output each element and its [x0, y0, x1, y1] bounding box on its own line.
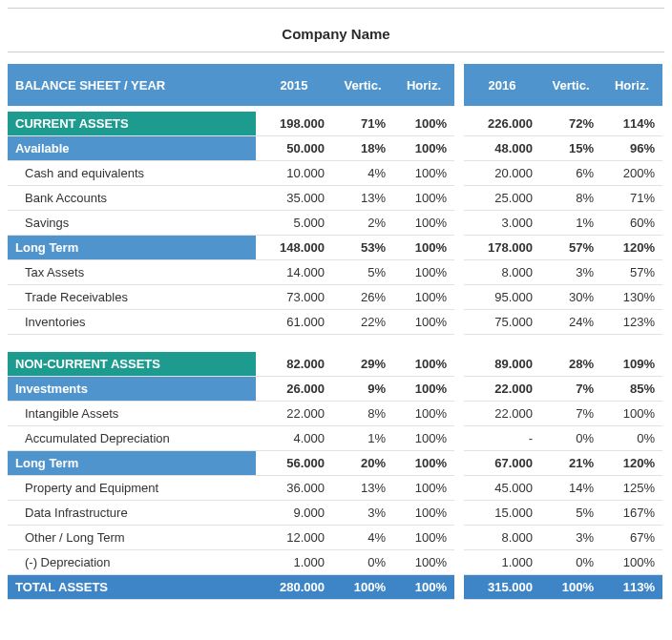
- val-v1: 2%: [332, 211, 393, 236]
- header-vertic-1: Vertic.: [332, 64, 393, 106]
- page-title: Company Name: [8, 20, 664, 52]
- val-h1: 100%: [393, 501, 454, 526]
- val-v2: 24%: [540, 310, 601, 335]
- section-header: NON-CURRENT ASSETS: [8, 352, 256, 377]
- val-v2: 14%: [540, 476, 601, 501]
- val-v1: 1%: [332, 426, 393, 451]
- val-y2: 45.000: [464, 476, 540, 501]
- val-h1: 100%: [393, 526, 454, 550]
- val-y2: 89.000: [464, 352, 540, 377]
- val-h1: 100%: [393, 426, 454, 451]
- val-y2: 22.000: [464, 377, 540, 402]
- val-h1: 100%: [393, 161, 454, 186]
- val-v1: 13%: [332, 186, 393, 211]
- val-h1: 100%: [393, 260, 454, 285]
- val-y1: 73.000: [256, 285, 332, 310]
- val-h2: 125%: [601, 476, 662, 501]
- val-h2: 67%: [601, 526, 662, 550]
- header-horiz-2: Horiz.: [601, 64, 662, 106]
- val-y1: 198.000: [256, 112, 332, 136]
- val-y2: 48.000: [464, 136, 540, 161]
- val-v2: 0%: [540, 426, 601, 451]
- header-year-2: 2016: [464, 64, 540, 106]
- val-y2: 15.000: [464, 501, 540, 526]
- val-y2: 226.000: [464, 112, 540, 136]
- val-y2: 178.000: [464, 236, 540, 260]
- val-v2: 30%: [540, 285, 601, 310]
- total-label: TOTAL ASSETS: [8, 575, 256, 600]
- val-h2: 120%: [601, 236, 662, 260]
- val-v2: 100%: [540, 575, 601, 600]
- val-v1: 71%: [332, 112, 393, 136]
- val-h1: 100%: [393, 451, 454, 476]
- val-v1: 18%: [332, 136, 393, 161]
- val-h1: 100%: [393, 285, 454, 310]
- val-y1: 148.000: [256, 236, 332, 260]
- val-v2: 1%: [540, 211, 601, 236]
- val-y1: 22.000: [256, 402, 332, 426]
- val-y2: -: [464, 426, 540, 451]
- group-header: Long Term: [8, 451, 256, 476]
- val-h2: 60%: [601, 211, 662, 236]
- val-h2: 96%: [601, 136, 662, 161]
- val-h2: 109%: [601, 352, 662, 377]
- val-y1: 61.000: [256, 310, 332, 335]
- val-v2: 57%: [540, 236, 601, 260]
- val-v1: 9%: [332, 377, 393, 402]
- val-h1: 100%: [393, 352, 454, 377]
- val-v1: 3%: [332, 501, 393, 526]
- line-item-label: Bank Accounts: [8, 186, 256, 211]
- line-item-label: Property and Equipment: [8, 476, 256, 501]
- val-v2: 0%: [540, 550, 601, 575]
- val-y1: 10.000: [256, 161, 332, 186]
- val-y1: 1.000: [256, 550, 332, 575]
- line-item-label: Other / Long Term: [8, 526, 256, 550]
- val-y2: 25.000: [464, 186, 540, 211]
- val-v2: 28%: [540, 352, 601, 377]
- val-h1: 100%: [393, 575, 454, 600]
- divider-top: [8, 8, 664, 9]
- val-v2: 6%: [540, 161, 601, 186]
- header-year-1: 2015: [256, 64, 332, 106]
- val-h1: 100%: [393, 402, 454, 426]
- line-item-label: Savings: [8, 211, 256, 236]
- header-vertic-2: Vertic.: [540, 64, 601, 106]
- val-h2: 113%: [601, 575, 662, 600]
- val-v2: 7%: [540, 377, 601, 402]
- val-h1: 100%: [393, 236, 454, 260]
- val-y1: 36.000: [256, 476, 332, 501]
- val-h1: 100%: [393, 550, 454, 575]
- val-v1: 13%: [332, 476, 393, 501]
- group-header: Long Term: [8, 236, 256, 260]
- val-y1: 9.000: [256, 501, 332, 526]
- group-header: Available: [8, 136, 256, 161]
- line-item-label: Cash and equivalents: [8, 161, 256, 186]
- group-header: Investments: [8, 377, 256, 402]
- val-v1: 100%: [332, 575, 393, 600]
- val-h1: 100%: [393, 310, 454, 335]
- val-h2: 100%: [601, 550, 662, 575]
- val-y2: 315.000: [464, 575, 540, 600]
- val-h2: 71%: [601, 186, 662, 211]
- val-v1: 5%: [332, 260, 393, 285]
- val-h2: 0%: [601, 426, 662, 451]
- val-v1: 29%: [332, 352, 393, 377]
- divider-bottom: [8, 52, 664, 52]
- val-y1: 35.000: [256, 186, 332, 211]
- val-y1: 26.000: [256, 377, 332, 402]
- val-v1: 22%: [332, 310, 393, 335]
- line-item-label: Trade Receivables: [8, 285, 256, 310]
- val-h1: 100%: [393, 136, 454, 161]
- val-y2: 67.000: [464, 451, 540, 476]
- val-y2: 1.000: [464, 550, 540, 575]
- val-y1: 14.000: [256, 260, 332, 285]
- val-y1: 12.000: [256, 526, 332, 550]
- val-y1: 280.000: [256, 575, 332, 600]
- val-y1: 82.000: [256, 352, 332, 377]
- val-y2: 75.000: [464, 310, 540, 335]
- val-v2: 7%: [540, 402, 601, 426]
- val-v2: 15%: [540, 136, 601, 161]
- val-v1: 4%: [332, 161, 393, 186]
- val-y2: 20.000: [464, 161, 540, 186]
- line-item-label: Intangible Assets: [8, 402, 256, 426]
